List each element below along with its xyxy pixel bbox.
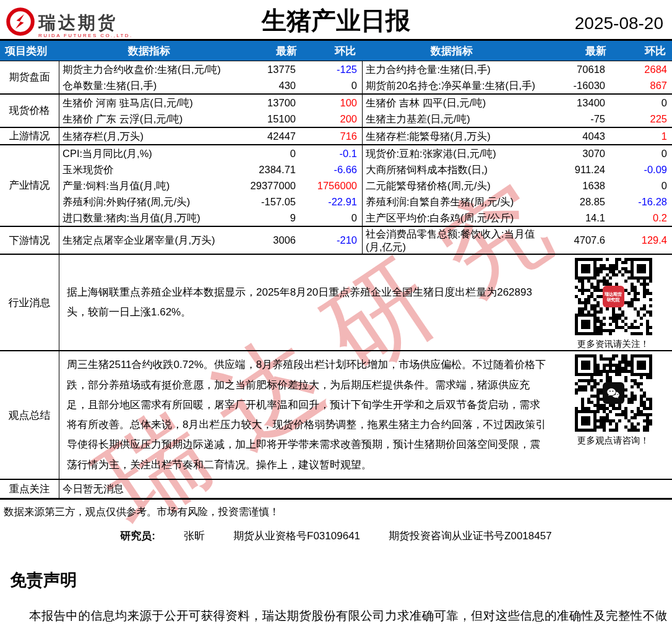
indicator-name: 养殖利润:自繁自养生猪(周,元/头) [362, 194, 541, 210]
latest-value: 13400 [541, 95, 613, 111]
report-date: 2025-08-20 [575, 14, 663, 33]
report-table: 项目类别 数据指标 最新 环比 数据指标 最新 环比 期货盘面期货主力合约收盘价… [0, 39, 672, 500]
latest-value: -75 [541, 111, 613, 127]
chg-value: -125 [303, 61, 362, 77]
latest-value: 28.85 [541, 194, 613, 210]
chg-value: 867 [613, 77, 672, 93]
col-header-chg-left: 环比 [303, 44, 362, 58]
chg-value: 0 [303, 210, 362, 226]
category-label: 下游情况 [0, 227, 59, 254]
indicator-name: 生猪存栏:能繁母猪(月,万头) [362, 128, 541, 144]
qr-code-views [575, 354, 652, 432]
latest-value: 4043 [541, 128, 613, 144]
chg-value: 1756000 [303, 178, 362, 194]
industry-news-text: 据上海钢联重点养殖企业样本数据显示，2025年8月20日重点养殖企业全国生猪日度… [59, 255, 554, 350]
indicator-name: 仓单数量:生猪(日,手) [59, 77, 239, 93]
indicator-name: 现货价:豆粕:张家港(日,元/吨) [362, 145, 541, 161]
col-header-latest-left: 最新 [239, 44, 303, 58]
table-section: 产业情况CPI:当月同比(月,%)0-0.1现货价:豆粕:张家港(日,元/吨)3… [0, 144, 672, 226]
disclaimer-section: 免责声明 本报告中的信息均来源于公开可获得资料，瑞达期货股份有限公司力求准确可靠… [0, 569, 672, 629]
disclaimer-body: 本报告中的信息均来源于公开可获得资料，瑞达期货股份有限公司力求准确可靠，但对这些… [5, 605, 667, 629]
category-label: 观点总结 [0, 351, 59, 479]
indicator-name: 进口数量:猪肉:当月值(月,万吨) [59, 210, 239, 226]
latest-value: 15100 [239, 111, 303, 127]
qr-badge-text-1: 瑞达期货 [605, 291, 622, 297]
industry-news-section: 行业消息 据上海钢联重点养殖企业样本数据显示，2025年8月20日重点养殖企业全… [0, 254, 672, 350]
viewpoint-summary-text: 周三生猪2511合约收跌0.72%。供应端，8月养殖段出栏计划环比增加，市场供应… [59, 351, 554, 479]
chg-value: -16.28 [613, 194, 672, 210]
col-header-indicator-left: 数据指标 [59, 44, 239, 58]
key-focus-text: 今日暂无消息 [59, 480, 672, 498]
indicator-name: 生猪价 河南 驻马店(日,元/吨) [59, 95, 239, 111]
risk-note: 数据来源第三方，观点仅供参考。市场有风险，投资需谨慎！ [0, 500, 672, 519]
viewpoint-summary-section: 观点总结 周三生猪2511合约收跌0.72%。供应端，8月养殖段出栏计划环比增加… [0, 350, 672, 479]
category-label: 重点关注 [0, 480, 59, 498]
indicator-name: 大商所猪饲料成本指数(日,) [362, 161, 541, 178]
researcher-label: 研究员: [120, 529, 155, 543]
category-label: 现货价格 [0, 95, 59, 127]
indicator-name: 产量:饲料:当月值(月,吨) [59, 178, 239, 194]
news-qr-block: 瑞达期货 研究院 更多资讯请关注！ [554, 255, 672, 350]
disclaimer-heading: 免责声明 [10, 569, 672, 591]
table-section: 上游情况生猪存栏(月,万头)42447716生猪存栏:能繁母猪(月,万头)404… [0, 127, 672, 144]
table-section: 下游情况生猪定点屠宰企业屠宰量(月,万头)3006-210社会消费品零售总额:餐… [0, 226, 672, 254]
latest-value: 430 [239, 77, 303, 93]
latest-value: 3070 [541, 145, 613, 161]
indicator-name: 生猪存栏(月,万头) [59, 128, 239, 144]
key-focus-section: 重点关注 今日暂无消息 [0, 479, 672, 500]
latest-value: 0 [239, 145, 303, 161]
category-label: 上游情况 [0, 128, 59, 144]
latest-value: 2384.71 [239, 161, 303, 178]
latest-value: 4707.6 [541, 227, 613, 254]
latest-value: 3006 [239, 227, 303, 254]
chg-value: 0 [613, 178, 672, 194]
category-label: 行业消息 [0, 255, 59, 350]
indicator-name: 生猪价 广东 云浮(日,元/吨) [59, 111, 239, 127]
wechat-icon [603, 382, 624, 404]
col-header-category: 项目类别 [0, 44, 59, 58]
latest-value: -16030 [541, 77, 613, 93]
table-section: 现货价格生猪价 河南 驻马店(日,元/吨)13700100生猪价 吉林 四平(日… [0, 93, 672, 127]
indicator-name: 期货前20名持仓:净买单量:生猪(日,手) [362, 77, 541, 93]
indicator-name: 玉米现货价 [59, 161, 239, 178]
data-sections: 期货盘面期货主力合约收盘价:生猪(日,元/吨)13775-125主力合约持仓量:… [0, 61, 672, 254]
chg-value: 1 [613, 128, 672, 144]
latest-value: 911.24 [541, 161, 613, 178]
researcher-name: 张昕 [184, 529, 205, 543]
indicator-name: 生猪定点屠宰企业屠宰量(月,万头) [59, 227, 239, 254]
views-qr-caption: 更多观点请咨询！ [577, 435, 649, 447]
latest-value: 13775 [239, 61, 303, 77]
views-qr-block: 更多观点请咨询！ [554, 351, 672, 479]
category-label: 产业情况 [0, 145, 59, 226]
chg-value: -0.1 [303, 145, 362, 161]
table-header-row: 项目类别 数据指标 最新 环比 数据指标 最新 环比 [0, 41, 672, 61]
news-qr-caption: 更多资讯请关注！ [577, 338, 649, 350]
researcher-qualification-1: 期货从业资格号F03109641 [233, 529, 360, 543]
report-header: 瑞达期货 RUIDA FUTURES CO.,LTD. 生猪产业日报 2025-… [0, 0, 672, 39]
researcher-line: 研究员: 张昕 期货从业资格号F03109641 期货投资咨询从业证书号Z001… [0, 529, 672, 543]
indicator-name: CPI:当月同比(月,%) [59, 145, 239, 161]
chg-value: 200 [303, 111, 362, 127]
chg-value: 0 [303, 77, 362, 93]
chg-value: 129.4 [613, 227, 672, 254]
latest-value: 1638 [541, 178, 613, 194]
latest-value: 9 [239, 210, 303, 226]
latest-value: -157.05 [239, 194, 303, 210]
indicator-name: 主力合约持仓量:生猪(日,手) [362, 61, 541, 77]
chg-value: 0 [613, 95, 672, 111]
indicator-name: 社会消费品零售总额:餐饮收入:当月值(月,亿元) [362, 227, 541, 254]
chg-value: 100 [303, 95, 362, 111]
chg-value: -0.09 [613, 161, 672, 178]
table-section: 期货盘面期货主力合约收盘价:生猪(日,元/吨)13775-125主力合约持仓量:… [0, 61, 672, 93]
indicator-name: 生猪价 吉林 四平(日,元/吨) [362, 95, 541, 111]
chg-value: 225 [613, 111, 672, 127]
chg-value: 0 [613, 145, 672, 161]
latest-value: 14.1 [541, 210, 613, 226]
latest-value: 29377000 [239, 178, 303, 194]
chg-value: -210 [303, 227, 362, 254]
indicator-name: 二元能繁母猪价格(周,元/头) [362, 178, 541, 194]
category-label: 期货盘面 [0, 61, 59, 93]
qr-center-brand-badge: 瑞达期货 研究院 [603, 286, 624, 307]
latest-value: 13700 [239, 95, 303, 111]
indicator-name: 生猪主力基差(日,元/吨) [362, 111, 541, 127]
